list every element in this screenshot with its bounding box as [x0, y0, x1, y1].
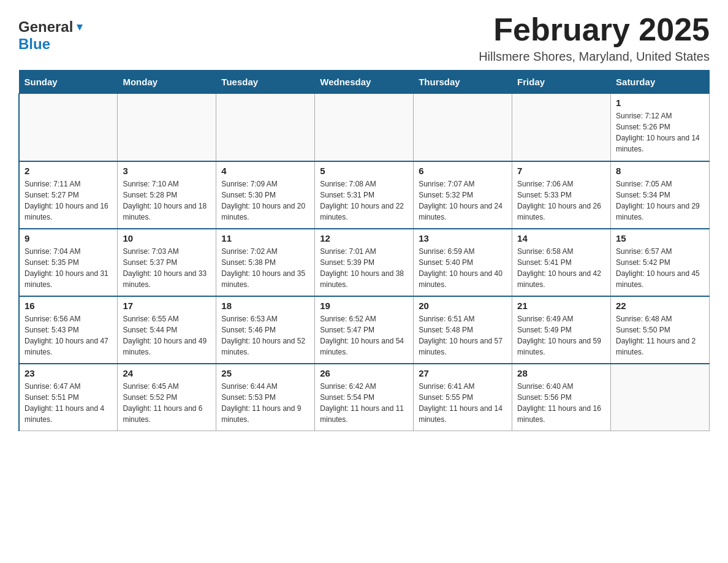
calendar-week-row: 9Sunrise: 7:04 AMSunset: 5:35 PMDaylight…: [19, 229, 710, 296]
day-info: Sunrise: 7:10 AMSunset: 5:28 PMDaylight:…: [123, 178, 211, 223]
day-number: 26: [320, 368, 408, 378]
day-number: 8: [616, 166, 704, 176]
weekday-header-thursday: Thursday: [414, 71, 512, 94]
logo-arrow-icon: [74, 22, 85, 33]
day-info: Sunrise: 6:44 AMSunset: 5:53 PMDaylight:…: [221, 381, 309, 425]
calendar-cell: [414, 94, 512, 161]
logo: General Blue: [18, 12, 85, 53]
day-info: Sunrise: 6:41 AMSunset: 5:55 PMDaylight:…: [419, 381, 507, 425]
calendar-week-row: 23Sunrise: 6:47 AMSunset: 5:51 PMDayligh…: [19, 364, 710, 431]
calendar-cell: 11Sunrise: 7:02 AMSunset: 5:38 PMDayligh…: [216, 229, 315, 296]
day-number: 21: [517, 301, 605, 311]
calendar-cell: 6Sunrise: 7:07 AMSunset: 5:32 PMDaylight…: [414, 161, 512, 229]
day-info: Sunrise: 7:11 AMSunset: 5:27 PMDaylight:…: [25, 178, 112, 223]
calendar-cell: 23Sunrise: 6:47 AMSunset: 5:51 PMDayligh…: [19, 364, 118, 431]
weekday-header-row: SundayMondayTuesdayWednesdayThursdayFrid…: [19, 71, 710, 94]
day-number: 5: [320, 166, 408, 176]
calendar-week-row: 16Sunrise: 6:56 AMSunset: 5:43 PMDayligh…: [19, 296, 710, 364]
weekday-header-wednesday: Wednesday: [315, 71, 414, 94]
calendar-cell: 8Sunrise: 7:05 AMSunset: 5:34 PMDaylight…: [611, 161, 710, 229]
day-info: Sunrise: 6:51 AMSunset: 5:48 PMDaylight:…: [419, 313, 507, 358]
day-info: Sunrise: 7:04 AMSunset: 5:35 PMDaylight:…: [25, 246, 112, 290]
svg-marker-0: [77, 25, 83, 31]
calendar-cell: [611, 364, 710, 431]
day-number: 11: [221, 233, 309, 243]
day-number: 7: [517, 166, 605, 176]
calendar-cell: 26Sunrise: 6:42 AMSunset: 5:54 PMDayligh…: [315, 364, 414, 431]
day-info: Sunrise: 6:45 AMSunset: 5:52 PMDaylight:…: [123, 381, 211, 425]
day-info: Sunrise: 7:09 AMSunset: 5:30 PMDaylight:…: [221, 178, 309, 223]
day-number: 12: [320, 233, 408, 243]
calendar-cell: 21Sunrise: 6:49 AMSunset: 5:49 PMDayligh…: [512, 296, 611, 364]
day-info: Sunrise: 6:42 AMSunset: 5:54 PMDaylight:…: [320, 381, 408, 425]
calendar-cell: [216, 94, 315, 161]
day-info: Sunrise: 7:06 AMSunset: 5:33 PMDaylight:…: [517, 178, 605, 223]
day-info: Sunrise: 7:08 AMSunset: 5:31 PMDaylight:…: [320, 178, 408, 223]
day-number: 28: [517, 368, 605, 378]
calendar-cell: 22Sunrise: 6:48 AMSunset: 5:50 PMDayligh…: [611, 296, 710, 364]
calendar-cell: 28Sunrise: 6:40 AMSunset: 5:56 PMDayligh…: [512, 364, 611, 431]
day-number: 17: [123, 301, 211, 311]
day-info: Sunrise: 7:02 AMSunset: 5:38 PMDaylight:…: [221, 246, 309, 290]
day-info: Sunrise: 6:56 AMSunset: 5:43 PMDaylight:…: [25, 313, 112, 358]
day-number: 16: [25, 301, 112, 311]
day-info: Sunrise: 7:12 AMSunset: 5:26 PMDaylight:…: [616, 110, 704, 155]
calendar-cell: 20Sunrise: 6:51 AMSunset: 5:48 PMDayligh…: [414, 296, 512, 364]
day-number: 15: [616, 233, 704, 243]
calendar-cell: [19, 94, 118, 161]
logo-general: General: [18, 18, 73, 36]
calendar-cell: 13Sunrise: 6:59 AMSunset: 5:40 PMDayligh…: [414, 229, 512, 296]
day-info: Sunrise: 6:57 AMSunset: 5:42 PMDaylight:…: [616, 246, 704, 290]
day-info: Sunrise: 7:01 AMSunset: 5:39 PMDaylight:…: [320, 246, 408, 290]
day-info: Sunrise: 6:58 AMSunset: 5:41 PMDaylight:…: [517, 246, 605, 290]
day-number: 2: [25, 166, 112, 176]
day-number: 27: [419, 368, 507, 378]
day-info: Sunrise: 6:48 AMSunset: 5:50 PMDaylight:…: [616, 313, 704, 358]
day-info: Sunrise: 6:53 AMSunset: 5:46 PMDaylight:…: [221, 313, 309, 358]
calendar-cell: 19Sunrise: 6:52 AMSunset: 5:47 PMDayligh…: [315, 296, 414, 364]
month-title: February 2025: [479, 12, 710, 47]
calendar-cell: [315, 94, 414, 161]
calendar-cell: 7Sunrise: 7:06 AMSunset: 5:33 PMDaylight…: [512, 161, 611, 229]
weekday-header-sunday: Sunday: [19, 71, 118, 94]
calendar-week-row: 1Sunrise: 7:12 AMSunset: 5:26 PMDaylight…: [19, 94, 710, 161]
day-number: 22: [616, 301, 704, 311]
calendar-cell: [118, 94, 216, 161]
day-number: 13: [419, 233, 507, 243]
calendar-cell: 4Sunrise: 7:09 AMSunset: 5:30 PMDaylight…: [216, 161, 315, 229]
page-header: General Blue February 2025 Hillsmere Sho…: [18, 12, 710, 64]
day-number: 6: [419, 166, 507, 176]
day-info: Sunrise: 7:05 AMSunset: 5:34 PMDaylight:…: [616, 178, 704, 223]
day-number: 3: [123, 166, 211, 176]
day-number: 14: [517, 233, 605, 243]
day-number: 20: [419, 301, 507, 311]
title-block: February 2025 Hillsmere Shores, Maryland…: [479, 12, 710, 64]
calendar-cell: 18Sunrise: 6:53 AMSunset: 5:46 PMDayligh…: [216, 296, 315, 364]
calendar-cell: 14Sunrise: 6:58 AMSunset: 5:41 PMDayligh…: [512, 229, 611, 296]
day-number: 10: [123, 233, 211, 243]
calendar-cell: 24Sunrise: 6:45 AMSunset: 5:52 PMDayligh…: [118, 364, 216, 431]
day-info: Sunrise: 6:59 AMSunset: 5:40 PMDaylight:…: [419, 246, 507, 290]
day-info: Sunrise: 6:55 AMSunset: 5:44 PMDaylight:…: [123, 313, 211, 358]
calendar-cell: 12Sunrise: 7:01 AMSunset: 5:39 PMDayligh…: [315, 229, 414, 296]
day-number: 25: [221, 368, 309, 378]
day-info: Sunrise: 6:49 AMSunset: 5:49 PMDaylight:…: [517, 313, 605, 358]
calendar-cell: 16Sunrise: 6:56 AMSunset: 5:43 PMDayligh…: [19, 296, 118, 364]
calendar-cell: 3Sunrise: 7:10 AMSunset: 5:28 PMDaylight…: [118, 161, 216, 229]
day-info: Sunrise: 6:47 AMSunset: 5:51 PMDaylight:…: [25, 381, 112, 425]
calendar-cell: 2Sunrise: 7:11 AMSunset: 5:27 PMDaylight…: [19, 161, 118, 229]
calendar-cell: 25Sunrise: 6:44 AMSunset: 5:53 PMDayligh…: [216, 364, 315, 431]
location-subtitle: Hillsmere Shores, Maryland, United State…: [479, 50, 710, 64]
day-number: 24: [123, 368, 211, 378]
calendar-cell: 5Sunrise: 7:08 AMSunset: 5:31 PMDaylight…: [315, 161, 414, 229]
day-number: 9: [25, 233, 112, 243]
day-number: 23: [25, 368, 112, 378]
calendar-cell: [512, 94, 611, 161]
weekday-header-friday: Friday: [512, 71, 611, 94]
weekday-header-saturday: Saturday: [611, 71, 710, 94]
calendar-cell: 17Sunrise: 6:55 AMSunset: 5:44 PMDayligh…: [118, 296, 216, 364]
calendar-cell: 27Sunrise: 6:41 AMSunset: 5:55 PMDayligh…: [414, 364, 512, 431]
day-info: Sunrise: 7:07 AMSunset: 5:32 PMDaylight:…: [419, 178, 507, 223]
calendar-cell: 1Sunrise: 7:12 AMSunset: 5:26 PMDaylight…: [611, 94, 710, 161]
day-info: Sunrise: 6:52 AMSunset: 5:47 PMDaylight:…: [320, 313, 408, 358]
